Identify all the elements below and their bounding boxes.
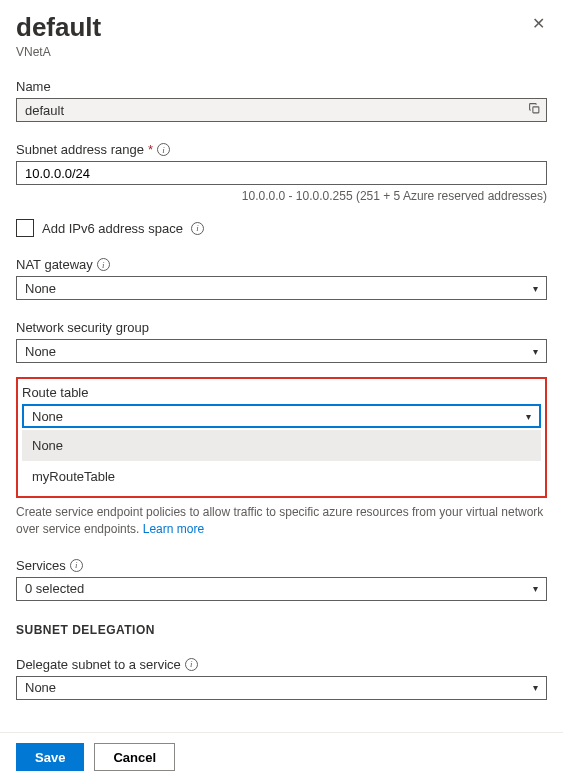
footer: Save Cancel — [0, 732, 563, 781]
info-icon[interactable]: i — [157, 143, 170, 156]
nsg-label: Network security group — [16, 320, 547, 335]
subnet-range-input[interactable] — [16, 161, 547, 185]
chevron-down-icon: ▾ — [533, 682, 538, 693]
subnet-delegation-header: SUBNET DELEGATION — [16, 623, 547, 637]
save-button[interactable]: Save — [16, 743, 84, 771]
route-table-option-myroutetable[interactable]: myRouteTable — [22, 461, 541, 492]
ipv6-label: Add IPv6 address space — [42, 221, 183, 236]
page-subtitle: VNetA — [16, 45, 101, 59]
info-icon[interactable]: i — [191, 222, 204, 235]
nat-gateway-label: NAT gateway i — [16, 257, 547, 272]
subnet-range-label: Subnet address range * i — [16, 142, 547, 157]
name-input — [16, 98, 547, 122]
nsg-dropdown[interactable]: None ▾ — [16, 339, 547, 363]
chevron-down-icon: ▾ — [533, 346, 538, 357]
service-endpoints-helper: Create service endpoint policies to allo… — [16, 504, 547, 538]
svg-rect-0 — [533, 107, 539, 113]
subnet-range-helper: 10.0.0.0 - 10.0.0.255 (251 + 5 Azure res… — [16, 189, 547, 203]
page-title: default — [16, 12, 101, 43]
route-table-dropdown[interactable]: None ▾ — [22, 404, 541, 428]
name-label: Name — [16, 79, 547, 94]
services-dropdown[interactable]: 0 selected ▾ — [16, 577, 547, 601]
route-table-option-none[interactable]: None — [22, 430, 541, 461]
chevron-down-icon: ▾ — [526, 411, 531, 422]
route-table-label: Route table — [22, 385, 541, 400]
info-icon[interactable]: i — [185, 658, 198, 671]
info-icon[interactable]: i — [97, 258, 110, 271]
chevron-down-icon: ▾ — [533, 583, 538, 594]
copy-icon[interactable] — [528, 102, 541, 118]
chevron-down-icon: ▾ — [533, 283, 538, 294]
route-table-highlight: Route table None ▾ None myRouteTable — [16, 377, 547, 498]
delegate-label: Delegate subnet to a service i — [16, 657, 547, 672]
learn-more-link[interactable]: Learn more — [143, 522, 204, 536]
cancel-button[interactable]: Cancel — [94, 743, 175, 771]
ipv6-checkbox[interactable] — [16, 219, 34, 237]
route-table-options: None myRouteTable — [22, 430, 541, 492]
nat-gateway-dropdown[interactable]: None ▾ — [16, 276, 547, 300]
info-icon[interactable]: i — [70, 559, 83, 572]
close-icon[interactable]: ✕ — [530, 12, 547, 35]
delegate-dropdown[interactable]: None ▾ — [16, 676, 547, 700]
required-indicator: * — [148, 142, 153, 157]
services-label: Services i — [16, 558, 547, 573]
